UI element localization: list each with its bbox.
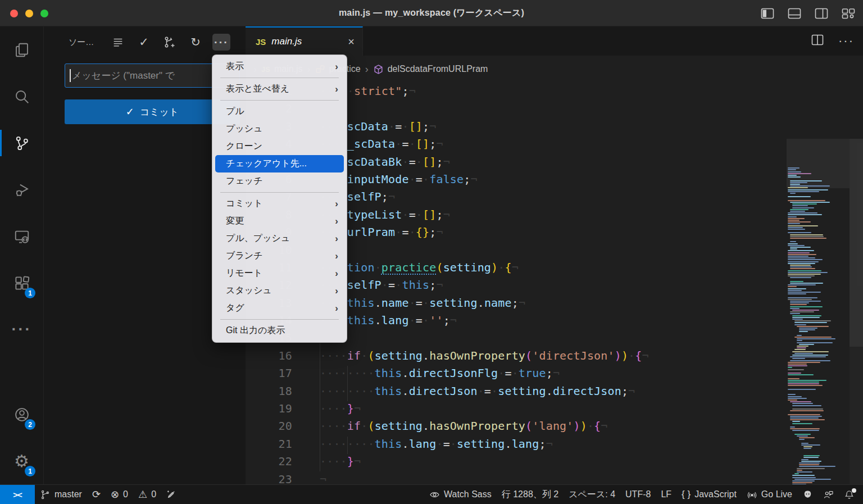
layout-panel-icon[interactable] xyxy=(788,8,801,19)
code-line[interactable]: 16····if·(setting.hasOwnProperty('direct… xyxy=(246,347,863,365)
menu-item[interactable]: スタッシュ› xyxy=(215,282,344,299)
branch-create-icon[interactable] xyxy=(161,34,179,51)
tab-bar: JS main.js × ··· xyxy=(246,26,863,56)
menu-item[interactable]: プル xyxy=(215,103,344,120)
menu-item[interactable]: タグ› xyxy=(215,299,344,317)
layout-sidebar-left-icon[interactable] xyxy=(761,8,774,19)
activity-bar: 1··· 2⚙1 xyxy=(0,26,44,484)
menu-item[interactable]: 表示と並べ替え› xyxy=(215,80,344,98)
code-line[interactable]: 18········this.directJson·=·setting.dire… xyxy=(246,383,863,400)
activity-item-ellipsis[interactable]: ··· xyxy=(0,306,43,353)
minimap-line xyxy=(788,175,797,176)
activity-item-files[interactable] xyxy=(0,26,43,73)
minimap-line xyxy=(788,284,816,285)
minimap-line xyxy=(788,275,815,276)
minimap-line xyxy=(788,367,792,368)
status-item-LF[interactable]: LF xyxy=(656,485,676,504)
minimap-line xyxy=(792,430,819,431)
warning-icon: ⚠ xyxy=(138,489,147,500)
submenu-arrow-icon: › xyxy=(335,61,338,72)
menu-item[interactable]: 変更› xyxy=(215,212,344,230)
status-item-broadcast[interactable]: Go Live xyxy=(742,485,797,504)
menu-item[interactable]: プル、プッシュ› xyxy=(215,230,344,247)
status-item-feedback[interactable] xyxy=(818,485,839,504)
badge: 1 xyxy=(25,288,35,298)
minimap[interactable] xyxy=(787,139,850,484)
refresh-icon[interactable]: ↻ xyxy=(187,34,205,51)
activity-item-source-control[interactable] xyxy=(0,120,43,166)
minimap-line xyxy=(788,200,825,201)
code-line[interactable]: 21········this.lang·=·setting.lang;¬ xyxy=(246,435,863,453)
check-icon[interactable]: ✓ xyxy=(135,34,153,51)
minimap-line xyxy=(788,216,797,217)
minimap-line xyxy=(790,248,797,249)
menu-item[interactable]: Git 出力の表示 xyxy=(215,322,344,339)
menu-item[interactable]: ブランチ› xyxy=(215,247,344,265)
status-item-braces[interactable]: { }JavaScript xyxy=(676,485,742,504)
activity-item-settings-gear[interactable]: ⚙1 xyxy=(0,438,43,484)
layout-customize-icon[interactable] xyxy=(842,8,855,19)
split-editor-icon[interactable] xyxy=(811,34,824,48)
code-line[interactable]: 17········this.directJsonFlg·=·true;¬ xyxy=(246,365,863,382)
breadcrumb-item[interactable]: delScdataFromURLPram xyxy=(373,64,488,75)
minimap-line xyxy=(792,482,812,483)
minimap-line xyxy=(801,444,820,446)
tab-close-icon[interactable]: × xyxy=(348,35,355,48)
minimap-line xyxy=(792,421,800,422)
minimap-line xyxy=(790,238,826,239)
code-line[interactable]: 22····}¬ xyxy=(246,453,863,470)
code-line[interactable]: 23¬ xyxy=(246,471,863,484)
view-as-list-icon[interactable] xyxy=(109,34,127,51)
minimap-line xyxy=(788,365,807,366)
menu-item-label: フェッチ xyxy=(226,175,338,187)
menu-item-label: チェックアウト先... xyxy=(226,158,338,170)
status-item-スペース--4[interactable]: スペース: 4 xyxy=(564,485,620,504)
menu-item-label: ブランチ xyxy=(226,250,335,262)
minimap-line xyxy=(790,241,796,242)
status-item-warning[interactable]: ⚠0 xyxy=(133,485,161,504)
status-item-github[interactable] xyxy=(797,485,818,504)
status-item-pencil-slash[interactable] xyxy=(161,485,181,504)
menu-item[interactable]: フェッチ xyxy=(215,172,344,190)
minimap-line xyxy=(788,243,798,244)
status-item-bell-dot[interactable] xyxy=(839,485,860,504)
editor-more-actions-icon[interactable]: ··· xyxy=(838,34,854,48)
minimap-line xyxy=(788,218,805,219)
menu-item[interactable]: チェックアウト先... xyxy=(215,155,344,172)
menu-item[interactable]: クローン xyxy=(215,138,344,155)
activity-item-run-debug[interactable] xyxy=(0,166,43,213)
minimize-window-button[interactable] xyxy=(25,10,33,17)
menu-item[interactable]: プッシュ xyxy=(215,120,344,138)
status-item-remote[interactable]: >< xyxy=(0,485,35,504)
layout-sidebar-right-icon[interactable] xyxy=(815,8,828,19)
status-item-eye[interactable]: Watch Sass xyxy=(424,485,497,504)
menu-item[interactable]: リモート› xyxy=(215,265,344,282)
minimap-line xyxy=(794,337,832,338)
minimap-line xyxy=(788,292,821,293)
activity-item-account[interactable]: 2 xyxy=(0,391,43,438)
status-item-branch[interactable]: master xyxy=(35,485,87,504)
more-actions-icon[interactable]: ··· xyxy=(212,34,230,51)
close-window-button[interactable] xyxy=(10,10,18,17)
activity-item-search[interactable] xyxy=(0,73,43,120)
zoom-window-button[interactable] xyxy=(40,10,48,17)
minimap-line xyxy=(797,338,835,339)
code-line[interactable]: 19····}¬ xyxy=(246,400,863,417)
submenu-arrow-icon: › xyxy=(335,303,338,314)
activity-item-remote-explorer[interactable] xyxy=(0,213,43,260)
code-line[interactable]: 20····if·(setting.hasOwnProperty('lang')… xyxy=(246,417,863,435)
menu-item[interactable]: 表示› xyxy=(215,58,344,75)
status-item-error[interactable]: ⊗0 xyxy=(106,485,133,504)
minimap-line xyxy=(790,182,807,183)
minimap-line xyxy=(790,302,809,303)
status-item-sync[interactable]: ⟳ xyxy=(87,485,106,504)
submenu-arrow-icon: › xyxy=(335,285,338,297)
status-item-UTF-8[interactable]: UTF-8 xyxy=(620,485,656,504)
scrollbar-thumb[interactable] xyxy=(850,139,863,347)
code-text: ····}¬ xyxy=(320,453,361,470)
tab-main-js[interactable]: JS main.js × xyxy=(246,26,363,56)
status-item-行-1288、列-2[interactable]: 行 1288、列 2 xyxy=(497,485,564,504)
editor-scrollbar[interactable] xyxy=(850,139,863,484)
activity-item-extensions[interactable]: 1 xyxy=(0,260,43,306)
menu-item[interactable]: コミット› xyxy=(215,195,344,212)
